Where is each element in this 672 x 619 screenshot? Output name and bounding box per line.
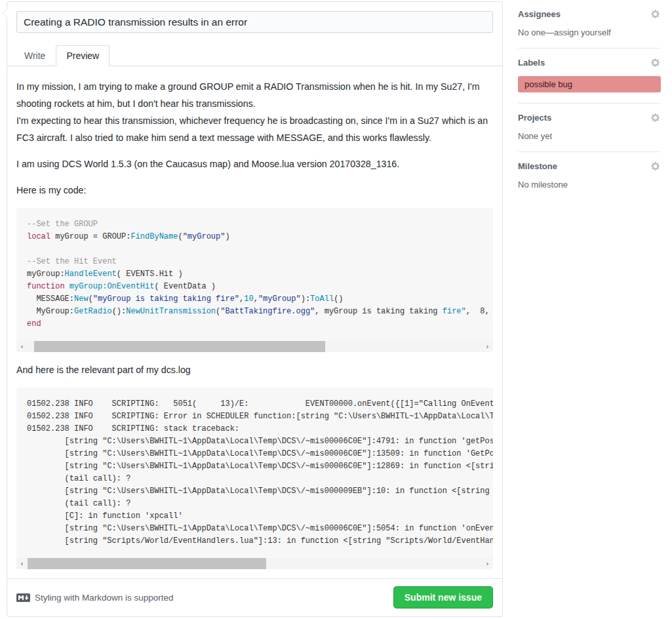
- labels-heading: Labels: [518, 58, 545, 68]
- preview-body: In my mission, I am trying to make a gro…: [7, 66, 502, 569]
- lua-code-block: --Set the GROUPlocal myGroup = GROUP:Fin…: [16, 208, 493, 352]
- assignees-value[interactable]: No one—assign yourself: [518, 28, 661, 37]
- sidebar-section-assignees: Assignees No one—assign yourself: [518, 0, 661, 49]
- sidebar-section-projects: Projects None yet: [518, 104, 661, 152]
- assignees-gear-icon[interactable]: [651, 9, 661, 19]
- issue-sidebar: Assignees No one—assign yourself Labels …: [518, 0, 661, 200]
- scroll-right-icon[interactable]: ›: [482, 558, 493, 569]
- projects-value: None yet: [518, 131, 661, 141]
- projects-gear-icon[interactable]: [651, 113, 661, 123]
- issue-form-footer: Styling with Markdown is supported Submi…: [7, 578, 502, 616]
- sidebar-section-milestone: Milestone No milestone: [518, 152, 661, 200]
- sidebar-section-labels: Labels possible bug: [518, 49, 661, 104]
- labels-gear-icon[interactable]: [651, 58, 661, 68]
- issue-body-paragraph-1: In my mission, I am trying to make a gro…: [16, 78, 493, 146]
- new-issue-page: { "issue": { "title": "Creating a RADIO …: [0, 0, 672, 619]
- issue-body-paragraph-2: I am using DCS World 1.5.3 (on the Cauca…: [16, 155, 493, 172]
- code-horizontal-scrollbar[interactable]: ‹ ›: [16, 341, 493, 352]
- scrollbar-track[interactable]: [28, 558, 482, 569]
- log-code-block: 01502.238 INFO SCRIPTING: 5051( 13)/E: E…: [16, 388, 493, 569]
- issue-body-paragraph-3: Here is my code:: [16, 182, 493, 199]
- dcs-log: 01502.238 INFO SCRIPTING: 5051( 13)/E: E…: [16, 388, 493, 558]
- projects-heading: Projects: [518, 113, 551, 123]
- markdown-supported-note: Styling with Markdown is supported: [16, 593, 174, 603]
- comment-caret-inner: [3, 8, 8, 18]
- issue-body-paragraph-4: And here is the relevant part of my dcs.…: [16, 361, 493, 378]
- assignees-heading: Assignees: [518, 9, 561, 19]
- scroll-left-icon[interactable]: ‹: [16, 558, 28, 569]
- log-horizontal-scrollbar[interactable]: ‹ ›: [16, 558, 493, 569]
- markdown-note-text: Styling with Markdown is supported: [35, 593, 174, 603]
- milestone-value: No milestone: [518, 180, 661, 190]
- tab-preview[interactable]: Preview: [56, 45, 109, 66]
- issue-title-input[interactable]: [16, 11, 493, 33]
- scroll-right-icon[interactable]: ›: [482, 341, 493, 352]
- scrollbar-thumb[interactable]: [34, 341, 325, 352]
- scroll-left-icon[interactable]: ‹: [16, 341, 28, 352]
- lua-code: --Set the GROUPlocal myGroup = GROUP:Fin…: [16, 208, 493, 341]
- label-possible-bug[interactable]: possible bug: [518, 76, 661, 92]
- new-issue-card: WritePreview In my mission, I am trying …: [7, 1, 503, 617]
- scrollbar-track[interactable]: [28, 341, 482, 352]
- tab-write[interactable]: Write: [14, 45, 56, 66]
- milestone-heading: Milestone: [518, 161, 557, 171]
- scrollbar-thumb[interactable]: [28, 558, 266, 569]
- milestone-gear-icon[interactable]: [651, 161, 661, 171]
- write-preview-tabbar: WritePreview: [7, 45, 502, 66]
- markdown-icon: [16, 593, 30, 602]
- submit-new-issue-button[interactable]: Submit new issue: [393, 586, 493, 609]
